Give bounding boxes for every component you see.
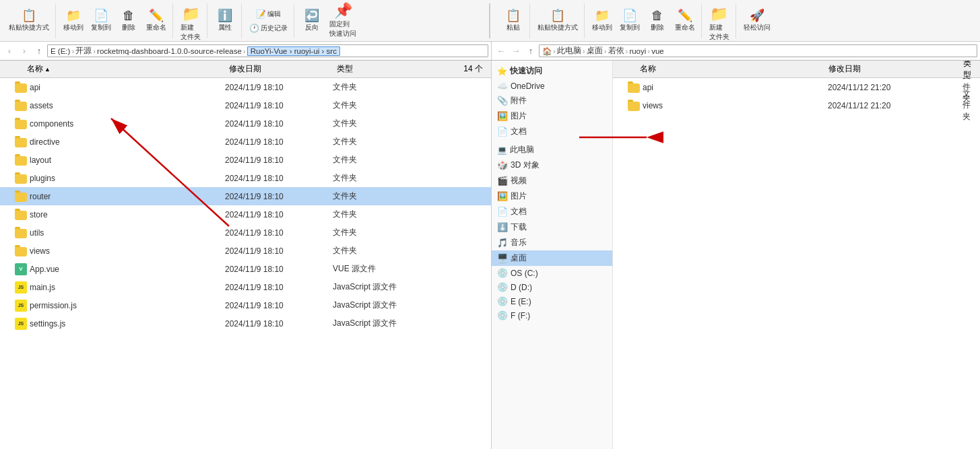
right-vue: vue xyxy=(651,47,664,55)
col-type-header[interactable]: 类型 xyxy=(337,63,431,75)
delete-icon: 🗑 xyxy=(123,9,135,22)
paste-icon: 📋 xyxy=(22,9,36,22)
sidebar-item-desktop[interactable]: 🖥️桌面 xyxy=(492,250,612,266)
left-file-item-main-js[interactable]: JS main.js 2024/11/9 18:10 JavaScript 源文… xyxy=(0,278,491,296)
right-delete-icon: 🗑 xyxy=(651,9,663,22)
right-delete-button[interactable]: 🗑 删除 xyxy=(644,7,671,34)
file-name: api xyxy=(30,83,225,92)
move-to-button[interactable]: 📁 移动到 xyxy=(60,7,87,34)
right-file-area: 名称 修改日期 类型 api 2024/11/12 21:20 xyxy=(613,61,980,449)
sidebar-item-videos[interactable]: 🎬视频 xyxy=(492,173,612,188)
left-file-item-plugins[interactable]: plugins 2024/11/9 18:10 文件夹 xyxy=(0,169,491,187)
right-back-button[interactable]: ← xyxy=(494,44,508,58)
right-forward-button[interactable]: → xyxy=(509,44,523,58)
sidebar-item-d-drive[interactable]: 💿D (D:) xyxy=(492,280,612,294)
file-date: 2024/11/9 18:10 xyxy=(225,319,333,329)
sidebar-item-music[interactable]: 🎵音乐 xyxy=(492,235,612,250)
sidebar-item-documents[interactable]: 📄文档 xyxy=(492,124,612,139)
sidebar-item-docs[interactable]: 📄文档 xyxy=(492,204,612,219)
left-file-item-api[interactable]: api 2024/11/9 18:10 文件夹 xyxy=(0,78,491,96)
reverse-icon: ↩️ xyxy=(304,9,319,22)
right-rename-button[interactable]: ✏️ 重命名 xyxy=(672,7,698,34)
right-quick-icon: 🚀 xyxy=(750,9,764,22)
file-date: 2024/11/9 18:10 xyxy=(225,137,333,147)
file-name: directive xyxy=(30,137,225,147)
file-date: 2024/11/9 18:10 xyxy=(225,119,333,129)
sidebar-item-quick-access[interactable]: ⭐快速访问 xyxy=(492,63,612,79)
left-file-item-directive[interactable]: directive 2024/11/9 18:10 文件夹 xyxy=(0,133,491,151)
sort-arrow: ▲ xyxy=(44,66,51,73)
vue-icon: V xyxy=(15,263,27,275)
left-file-item-components[interactable]: components 2024/11/9 18:10 文件夹 xyxy=(0,114,491,133)
right-move-button[interactable]: 📁 移动到 xyxy=(589,7,616,34)
file-date: 2024/11/9 18:10 xyxy=(225,228,333,238)
file-type: JavaScript 源文件 xyxy=(333,281,486,293)
sidebar-item-os-c[interactable]: 💿OS (C:) xyxy=(492,266,612,280)
right-file-item-api-right[interactable]: api 2024/11/12 21:20 文件夹 xyxy=(613,78,980,96)
right-copy-button[interactable]: 📄 复制到 xyxy=(616,7,643,34)
sidebar-item-images[interactable]: 🖼️图片 xyxy=(492,188,612,204)
sidebar-icon-images: 🖼️ xyxy=(497,191,508,201)
left-column-headers: 名称 ▲ 修改日期 类型 14 个 xyxy=(0,61,491,78)
breadcrumb-sep-3: › xyxy=(243,47,246,55)
rename-button[interactable]: ✏️ 重命名 xyxy=(143,7,170,34)
right-desktop: 桌面 xyxy=(587,46,603,56)
right-paste-button[interactable]: 📋 粘贴 xyxy=(500,7,527,34)
left-up-button[interactable]: ↑ xyxy=(32,44,46,58)
left-address-bar[interactable]: E (E:) › 开源 › rocketmq-dashboard-1.0.0-s… xyxy=(47,44,488,57)
history-button[interactable]: 🕐 历史记录 xyxy=(246,22,291,35)
folder-icon xyxy=(15,174,27,184)
right-sidebar: ⭐快速访问☁️OneDrive📎附件🖼️图片📄文档💻此电脑🎲3D 对象🎬视频🖼️… xyxy=(492,61,613,449)
sidebar-item-downloads[interactable]: ⬇️下载 xyxy=(492,219,612,235)
reverse-button[interactable]: ↩️ 反向 xyxy=(298,7,325,34)
col-date-header[interactable]: 修改日期 xyxy=(229,63,337,75)
right-col-name-header[interactable]: 名称 xyxy=(640,63,828,75)
right-address-bar[interactable]: 🏠 › 此电脑 › 桌面 › 若依 › ruoyi › vue xyxy=(539,44,977,57)
sidebar-icon-images-folder: 🖼️ xyxy=(497,111,508,121)
right-column-headers: 名称 修改日期 类型 xyxy=(613,61,980,78)
left-file-item-app-vue[interactable]: V App.vue 2024/11/9 18:10 VUE 源文件 xyxy=(0,260,491,278)
left-file-item-utils[interactable]: utils 2024/11/9 18:10 文件夹 xyxy=(0,223,491,242)
new-folder-button[interactable]: 📁 新建文件夹 xyxy=(177,5,204,44)
left-file-item-store[interactable]: store 2024/11/9 18:10 文件夹 xyxy=(0,205,491,223)
js-icon: JS xyxy=(15,281,27,293)
left-file-item-router[interactable]: router 2024/11/9 18:10 文件夹 xyxy=(0,187,491,205)
js-icon: JS xyxy=(15,300,27,312)
breadcrumb-highlighted[interactable]: RuoYi-Vue › ruoyi-ui › src xyxy=(247,46,340,56)
left-file-item-assets[interactable]: assets 2024/11/9 18:10 文件夹 xyxy=(0,96,491,114)
sidebar-item-3d-objects[interactable]: 🎲3D 对象 xyxy=(492,158,612,173)
right-quick-access-button[interactable]: 🚀 轻松访问 xyxy=(740,7,774,34)
sidebar-item-e-drive[interactable]: 💿E (E:) xyxy=(492,294,612,308)
left-back-button[interactable]: ‹ xyxy=(3,44,16,58)
left-file-item-permission-js[interactable]: JS permission.js 2024/11/9 18:10 JavaScr… xyxy=(0,296,491,314)
right-paste-shortcut-icon: 📋 xyxy=(550,9,565,22)
left-file-list: api 2024/11/9 18:10 文件夹 assets 2024/11/9… xyxy=(0,78,491,449)
open-edit-button[interactable]: 📝 编辑 xyxy=(246,7,291,21)
sidebar-item-images-folder[interactable]: 🖼️图片 xyxy=(492,108,612,124)
col-name-header[interactable]: 名称 ▲ xyxy=(27,63,229,75)
pin-quick-access-button[interactable]: 📌 固定到快速访问 xyxy=(326,1,360,40)
right-copy-icon: 📄 xyxy=(622,9,637,22)
sidebar-item-attachments[interactable]: 📎附件 xyxy=(492,93,612,108)
properties-button[interactable]: ℹ️ 属性 xyxy=(211,7,238,34)
copy-to-button[interactable]: 📄 复制到 xyxy=(88,7,115,34)
sidebar-item-f-drive[interactable]: 💿F (F:) xyxy=(492,308,612,322)
right-up-button[interactable]: ↑ xyxy=(524,44,537,58)
move-icon: 📁 xyxy=(66,9,81,22)
left-file-item-views[interactable]: views 2024/11/9 18:10 文件夹 xyxy=(0,242,491,260)
paste-shortcut-button[interactable]: 📋 粘贴快捷方式 xyxy=(5,7,53,34)
right-new-folder-button[interactable]: 📁 新建文件夹 xyxy=(706,5,733,44)
right-paste-shortcut-button[interactable]: 📋 粘贴快捷方式 xyxy=(534,7,581,34)
sidebar-item-this-pc[interactable]: 💻此电脑 xyxy=(492,142,612,158)
sidebar-item-onedrive[interactable]: ☁️OneDrive xyxy=(492,79,612,93)
right-col-date-header[interactable]: 修改日期 xyxy=(828,63,963,75)
right-ruoyi2: ruoyi xyxy=(629,47,646,55)
file-date: 2024/11/9 18:10 xyxy=(225,265,333,274)
right-file-item-views-right[interactable]: views 2024/11/12 21:20 文件夹 xyxy=(613,96,980,114)
left-forward-button[interactable]: › xyxy=(18,44,31,58)
left-file-item-settings-js[interactable]: JS settings.js 2024/11/9 18:10 JavaScrip… xyxy=(0,314,491,333)
file-date: 2024/11/9 18:10 xyxy=(225,246,333,256)
sidebar-icon-onedrive: ☁️ xyxy=(497,81,508,91)
left-file-item-layout[interactable]: layout 2024/11/9 18:10 文件夹 xyxy=(0,151,491,169)
delete-button[interactable]: 🗑 删除 xyxy=(115,7,142,34)
